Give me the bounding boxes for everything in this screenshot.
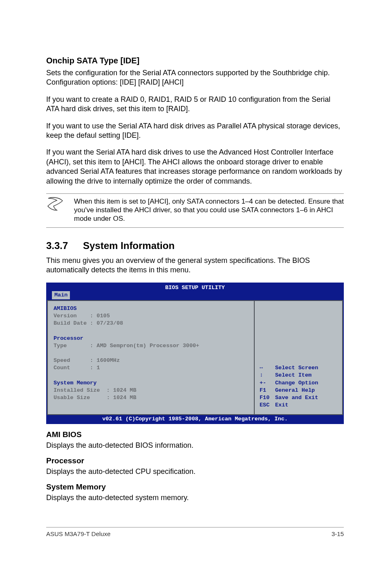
version-value: 0105 <box>96 313 110 319</box>
bios-help-pane: ↔Select Screen ↕Select Item +-Change Opt… <box>254 300 343 415</box>
help-select-screen: ↔Select Screen <box>260 364 318 372</box>
heading-amibios: AMI BIOS <box>46 430 344 440</box>
amibios-heading: AMIBIOS <box>54 305 248 312</box>
help-save-exit: F10Save and Exit <box>260 394 318 402</box>
usable-label: Usable Size <box>54 395 90 401</box>
bios-count-row: Count : 1 <box>54 364 248 372</box>
bios-screen: BIOS SETUP UTILITY Main AMIBIOS Version … <box>46 283 344 424</box>
heading-processor: Processor <box>46 456 344 466</box>
spacer <box>54 327 248 334</box>
help-save-exit-label: Save and Exit <box>275 395 318 401</box>
section-number: 3.3.7 <box>46 239 83 252</box>
spacer <box>54 372 248 379</box>
para-processor: Displays the auto-detected CPU specifica… <box>46 467 344 476</box>
bios-type-row: Type : AMD Sempron(tm) Processor 3000+ <box>54 342 248 350</box>
installed-value: 1024 MB <box>113 387 137 393</box>
para-config-desc: Sets the configuration for the Serial AT… <box>46 68 344 88</box>
help-exit-label: Exit <box>275 402 288 408</box>
bios-usable-row: Usable Size : 1024 MB <box>54 394 248 402</box>
spacer <box>54 350 248 357</box>
help-exit: ESCExit <box>260 402 318 409</box>
help-f10-key: F10 <box>260 394 275 402</box>
bios-left-pane: AMIBIOS Version : 0105 Build Date : 07/2… <box>47 300 254 415</box>
help-select-item-label: Select Item <box>275 372 312 378</box>
bios-installed-row: Installed Size : 1024 MB <box>54 387 248 394</box>
para-ahci: If you want the Serial ATA hard disk dri… <box>46 148 344 186</box>
footer-page: 3-15 <box>332 530 344 538</box>
usable-value: 1024 MB <box>113 395 137 401</box>
help-general-help: F1General Help <box>260 387 318 394</box>
note-icon <box>46 197 64 213</box>
section-intro: This menu gives you an overview of the g… <box>46 256 344 275</box>
help-select-screen-label: Select Screen <box>275 365 318 371</box>
help-change-option: +-Change Option <box>260 379 318 387</box>
count-value: 1 <box>96 365 100 371</box>
arrow-up-down-icon: ↕ <box>260 372 275 379</box>
para-ide: If you want to use the Serial ATA hard d… <box>46 121 344 141</box>
para-amibios: Displays the auto-detected BIOS informat… <box>46 441 344 450</box>
bios-footer: v02.61 (C)Copyright 1985-2008, American … <box>47 415 343 424</box>
processor-heading: Processor <box>54 335 248 342</box>
bios-speed-row: Speed : 1600MHz <box>54 357 248 364</box>
note-block: When this item is set to [AHCI], only SA… <box>46 193 344 228</box>
help-select-item: ↕Select Item <box>260 372 318 379</box>
help-f1-key: F1 <box>260 387 275 394</box>
help-plusminus-key: +- <box>260 379 275 387</box>
type-value: AMD Sempron(tm) Processor 3000+ <box>96 343 199 349</box>
help-general-help-label: General Help <box>275 387 315 393</box>
bios-title: BIOS SETUP UTILITY <box>47 283 343 292</box>
note-text: When this item is set to [AHCI], only SA… <box>74 197 344 223</box>
version-label: Version <box>54 313 77 319</box>
help-change-option-label: Change Option <box>275 380 318 386</box>
installed-label: Installed Size <box>54 387 100 393</box>
builddate-label: Build Date <box>54 320 87 326</box>
bios-version-row: Version : 0105 <box>54 312 248 320</box>
footer-product: ASUS M3A79-T Deluxe <box>46 530 110 538</box>
heading-sysmem: System Memory <box>46 482 344 492</box>
bios-tabbar: Main <box>47 291 343 299</box>
sysmem-heading: System Memory <box>54 379 248 387</box>
type-label: Type <box>54 343 67 349</box>
section-title: System Information <box>83 240 175 251</box>
speed-label: Speed <box>54 357 70 364</box>
help-esc-key: ESC <box>260 402 275 409</box>
bios-builddate-row: Build Date : 07/23/08 <box>54 320 248 327</box>
arrow-left-right-icon: ↔ <box>260 364 275 372</box>
speed-value: 1600MHz <box>96 357 120 364</box>
bios-tab-main[interactable]: Main <box>52 291 70 299</box>
count-label: Count <box>54 365 70 371</box>
para-sysmem: Displays the auto-detected system memory… <box>46 493 344 503</box>
page-footer: ASUS M3A79-T Deluxe 3-15 <box>46 527 344 538</box>
heading-onchip-sata: Onchip SATA Type [IDE] <box>46 55 344 66</box>
builddate-value: 07/23/08 <box>96 320 123 326</box>
para-raid: If you want to create a RAID 0, RAID1, R… <box>46 95 344 114</box>
section-heading: 3.3.7System Information <box>46 239 344 252</box>
